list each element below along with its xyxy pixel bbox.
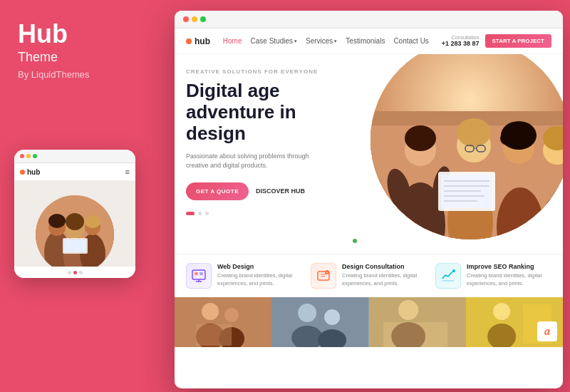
bottom-image-2: [271, 297, 368, 347]
people-silhouette: [36, 195, 114, 267]
nav-link-services[interactable]: Services ▾: [306, 37, 337, 45]
hero-buttons: GET A QUOTE DISCOVER HUB: [186, 182, 377, 200]
hero-section: CREATIVE SOLUTIONS FOR EVERYONE Digital …: [175, 54, 563, 254]
service-text-consultation: Design Consultation Creating brand ident…: [342, 263, 427, 287]
svg-rect-47: [195, 272, 198, 275]
svg-rect-11: [64, 239, 86, 252]
bottom-strip: a: [175, 297, 563, 347]
bottom-logo-badge: a: [537, 321, 557, 341]
svg-point-72: [493, 303, 510, 320]
svg-point-57: [202, 303, 219, 320]
mobile-circle-image: [36, 195, 114, 267]
nav-link-contact[interactable]: Contact Us: [393, 37, 428, 45]
service-icon-consultation: [311, 263, 336, 289]
left-panel: Hub Theme By LiquidThemes hub ≡: [0, 0, 171, 392]
svg-rect-48: [200, 272, 203, 275]
svg-point-33: [517, 124, 529, 137]
mobile-image-area: [14, 181, 135, 267]
service-card-consultation: Design Consultation Creating brand ident…: [311, 263, 427, 289]
browser-dots: [183, 16, 206, 22]
svg-rect-44: [192, 270, 205, 279]
svg-point-7: [48, 214, 66, 228]
mobile-mockup: hub ≡: [14, 150, 135, 278]
service-icon-webdesign: [186, 263, 212, 289]
service-text-webdesign: Web Design Creating brand identities, di…: [217, 263, 302, 287]
service-desc-webdesign: Creating brand identities, digital exper…: [217, 272, 302, 287]
nav-link-home[interactable]: Home: [223, 37, 242, 45]
brand-by: By LiquidThemes: [18, 69, 153, 80]
browser-dot-yellow: [192, 16, 197, 22]
svg-point-8: [66, 213, 84, 230]
mobile-hamburger-icon[interactable]: ≡: [125, 167, 130, 176]
svg-point-63: [298, 304, 316, 322]
hero-dots: [186, 212, 377, 215]
service-text-seo: Improve SEO Ranking Creating brand ident…: [467, 263, 551, 287]
discover-hub-link[interactable]: DISCOVER HUB: [256, 187, 305, 195]
hero-content: CREATIVE SOLUTIONS FOR EVERYONE Digital …: [175, 54, 388, 254]
mobile-dots: [20, 154, 37, 158]
brand-subtitle: Theme: [18, 50, 153, 65]
svg-rect-70: [383, 322, 447, 347]
get-quote-button[interactable]: GET A QUOTE: [186, 182, 249, 200]
svg-point-65: [324, 309, 340, 325]
browser-dot-red: [183, 16, 189, 22]
site-nav: hub Home Case Studies ▾ Services ▾ Testi…: [175, 29, 563, 54]
hero-description: Passionate about solving problems throug…: [186, 152, 328, 171]
mobile-logo-text: hub: [27, 168, 40, 176]
site-nav-right: Consultation +1 283 38 87 START A PROJEC…: [442, 34, 551, 48]
hero-dot-1[interactable]: [186, 212, 195, 215]
mobile-indicator: [14, 267, 135, 278]
mobile-logo: hub: [20, 168, 40, 176]
svg-point-9: [85, 215, 100, 228]
svg-point-68: [398, 300, 418, 320]
svg-point-59: [224, 308, 239, 322]
start-project-button[interactable]: START A PROJECT: [485, 34, 551, 48]
hero-title: Digital age adventure in design: [186, 81, 377, 145]
service-desc-consultation: Creating brand identities, digital exper…: [342, 272, 427, 287]
mobile-dot-green: [33, 154, 37, 158]
mobile-dot-red: [20, 154, 24, 158]
site-nav-links: Home Case Studies ▾ Services ▾ Testimoni…: [223, 37, 429, 45]
service-title-webdesign: Web Design: [217, 263, 302, 270]
svg-point-23: [457, 118, 491, 147]
site-logo: hub: [186, 36, 210, 46]
main-browser-mockup: hub Home Case Studies ▾ Services ▾ Testi…: [175, 11, 563, 388]
services-section: Web Design Creating brand identities, di…: [175, 254, 563, 297]
mobile-logo-dot: [20, 170, 25, 175]
hero-dot-2[interactable]: [198, 212, 202, 215]
consult-label: Consultation: [442, 35, 480, 40]
browser-dot-green: [200, 16, 206, 22]
bottom-image-1: [175, 297, 271, 347]
mobile-nav: hub ≡: [14, 163, 135, 181]
browser-chrome: [175, 11, 563, 29]
nav-link-testimonials[interactable]: Testimonials: [346, 37, 385, 45]
mobile-dot-yellow: [26, 154, 31, 158]
svg-rect-61: [196, 324, 232, 346]
service-icon-seo: [435, 263, 461, 289]
service-desc-seo: Creating brand identities, digital exper…: [467, 272, 551, 287]
site-logo-dot: [186, 38, 192, 44]
svg-point-54: [452, 269, 455, 272]
consultation-info: Consultation +1 283 38 87: [442, 35, 480, 47]
service-title-seo: Improve SEO Ranking: [467, 263, 551, 270]
nav-link-case-studies[interactable]: Case Studies ▾: [251, 37, 297, 45]
hero-image: [370, 54, 563, 239]
hero-dot-3[interactable]: [205, 212, 209, 215]
service-title-consultation: Design Consultation: [342, 263, 427, 270]
indicator-dot-active: [73, 271, 77, 274]
mobile-browser-bar: [14, 150, 135, 163]
indicator-dot-1: [68, 271, 71, 274]
consult-phone: +1 283 38 87: [442, 40, 480, 47]
brand-title: Hub: [18, 21, 153, 47]
svg-point-18: [405, 125, 436, 151]
service-card-seo: Improve SEO Ranking Creating brand ident…: [435, 263, 551, 289]
hero-image-fill: [370, 54, 563, 239]
service-card-webdesign: Web Design Creating brand identities, di…: [186, 263, 302, 289]
indicator-dot-3: [79, 271, 83, 274]
site-logo-text: hub: [195, 36, 210, 46]
hero-tag: CREATIVE SOLUTIONS FOR EVERYONE: [186, 68, 377, 75]
bottom-image-3: [369, 297, 466, 347]
